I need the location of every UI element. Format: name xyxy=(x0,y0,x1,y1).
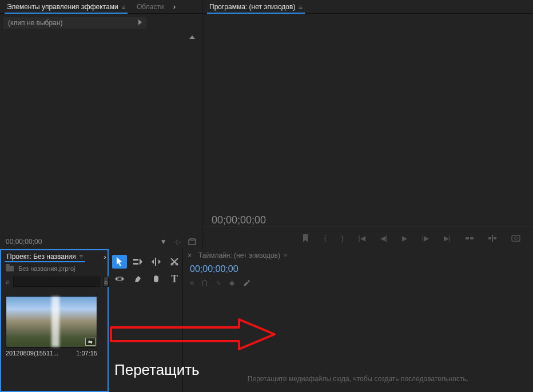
tab-effect-controls[interactable]: Элементы управления эффектами ≡ xyxy=(5,3,128,11)
svg-rect-4 xyxy=(494,237,496,239)
lift-icon[interactable] xyxy=(466,235,474,242)
overflow-tabs-icon[interactable]: ›› xyxy=(173,2,174,11)
panel-menu-icon[interactable]: ≡ xyxy=(79,253,83,260)
svg-rect-9 xyxy=(133,263,138,265)
tab-timeline[interactable]: Таймлайн: (нет эпизодов) ≡ xyxy=(196,251,289,259)
tool-track-select[interactable] xyxy=(130,255,145,269)
expand-icon xyxy=(138,19,142,25)
svg-rect-1 xyxy=(466,237,469,239)
panel-menu-icon[interactable]: ≡ xyxy=(122,3,125,10)
mark-out-icon[interactable]: { xyxy=(324,234,326,242)
new-bin-icon[interactable] xyxy=(188,238,196,245)
tab-label: Таймлайн: (нет эпизодов) xyxy=(198,251,280,259)
go-to-in-icon[interactable]: |◀ xyxy=(359,234,365,242)
tab-program[interactable]: Программа: (нет эпизодов) ≡ xyxy=(207,3,305,11)
folder-icon xyxy=(6,266,14,271)
timeline-header-tools: ⎆ ⋂ ∿ ◆ xyxy=(183,277,533,289)
mark-clip-icon[interactable]: } xyxy=(341,234,343,242)
tab-label: Программа: (нет эпизодов) xyxy=(209,3,295,11)
timeline-panel-tabs: × Таймлайн: (нет эпизодов) ≡ xyxy=(183,249,533,262)
svg-rect-0 xyxy=(189,240,196,245)
timeline-drop-area[interactable]: Перетащите медиафайлы сюда, чтобы создат… xyxy=(183,289,533,392)
tool-type[interactable]: T xyxy=(167,272,182,286)
search-input[interactable] xyxy=(13,277,100,287)
program-panel: Программа: (нет эпизодов) ≡ 00;00;00;00 … xyxy=(202,0,533,249)
timecode[interactable]: 00;00;00;00 xyxy=(6,238,42,246)
project-panel: Проект: Без названия ≡ ›› Без названия.p… xyxy=(0,249,109,392)
mark-in-icon[interactable] xyxy=(302,234,309,242)
svg-rect-13 xyxy=(118,277,121,281)
linked-selection-icon[interactable]: ∿ xyxy=(216,279,221,287)
panel-menu-icon[interactable]: ≡ xyxy=(284,252,287,259)
svg-rect-10 xyxy=(155,258,156,266)
svg-point-7 xyxy=(515,237,518,239)
filter-icon[interactable]: ▼ xyxy=(160,238,167,246)
svg-rect-2 xyxy=(470,237,474,239)
clip-name: 20120809(15511... xyxy=(6,350,58,357)
settings-icon[interactable] xyxy=(242,279,250,287)
tool-panel: T xyxy=(109,249,183,392)
project-search: ⌕ ⌕ xyxy=(1,274,108,289)
project-panel-tabs: Проект: Без названия ≡ ›› xyxy=(1,250,108,263)
program-timecode[interactable]: 00;00;00;00 xyxy=(202,209,533,226)
overflow-tabs-icon[interactable]: ›› xyxy=(104,253,104,261)
svg-rect-3 xyxy=(488,237,491,239)
play-icon[interactable]: ▶ xyxy=(402,234,407,242)
tool-hand[interactable] xyxy=(149,272,164,286)
tab-label: Элементы управления эффектами xyxy=(7,3,118,11)
step-fwd-icon[interactable]: |▶ xyxy=(422,234,429,242)
search-icon: ⌕ xyxy=(6,278,10,286)
export-frame-icon[interactable] xyxy=(511,235,520,242)
clip-thumbnail: ⇆ xyxy=(6,296,97,347)
tab-project[interactable]: Проект: Без названия ≡ xyxy=(5,253,85,261)
clip-duration: 1:07:15 xyxy=(76,350,97,357)
program-panel-tabs: Программа: (нет эпизодов) ≡ xyxy=(202,0,533,14)
clip-caption: 20120809(15511... 1:07:15 xyxy=(6,347,97,359)
program-body: 00;00;00;00 { } |◀ ◀| ▶ |▶ ▶| xyxy=(202,14,533,249)
no-clip-label: (клип не выбран) xyxy=(8,19,62,27)
go-to-out-icon[interactable]: ▶| xyxy=(444,234,451,242)
collapse-icon[interactable] xyxy=(189,35,195,39)
nest-icon[interactable]: ⎆ xyxy=(190,279,194,287)
project-filename: Без названия.prproj xyxy=(18,265,75,272)
tool-razor[interactable] xyxy=(167,255,182,269)
timeline-hint: Перетащите медиафайлы сюда, чтобы создат… xyxy=(248,375,468,383)
effects-panel-tabs: Элементы управления эффектами ≡ Области … xyxy=(0,0,202,14)
program-monitor xyxy=(202,14,533,209)
effects-footer: 00;00;00;00 ▼ ◦▷ xyxy=(0,234,202,249)
project-bin: ⇆ 20120809(15511... 1:07:15 xyxy=(1,289,108,391)
tab-label: Проект: Без названия xyxy=(7,253,76,261)
tool-slip[interactable] xyxy=(112,272,127,286)
media-clip[interactable]: ⇆ 20120809(15511... 1:07:15 xyxy=(6,296,97,359)
step-back-icon[interactable]: ◀| xyxy=(380,234,387,242)
clip-video-badge-icon: ⇆ xyxy=(85,338,96,346)
effects-panel: Элементы управления эффектами ≡ Области … xyxy=(0,0,202,249)
svg-rect-8 xyxy=(133,259,138,261)
tool-selection[interactable] xyxy=(112,255,127,269)
project-file-row[interactable]: Без названия.prproj xyxy=(1,263,108,274)
effects-body: (клип не выбран) xyxy=(0,14,202,234)
no-clip-row[interactable]: (клип не выбран) xyxy=(3,17,146,29)
tool-pen[interactable] xyxy=(130,272,145,286)
timeline-panel: × Таймлайн: (нет эпизодов) ≡ 00;00;00;00… xyxy=(183,249,533,392)
markers-icon[interactable]: ◆ xyxy=(229,279,234,287)
panel-menu-icon[interactable]: ≡ xyxy=(299,3,302,10)
close-tab-icon[interactable]: × xyxy=(188,251,192,259)
svg-rect-6 xyxy=(512,235,520,241)
extract-icon[interactable] xyxy=(488,235,496,242)
bypass-icon[interactable]: ◦▷ xyxy=(174,238,181,246)
timeline-timecode[interactable]: 00;00;00;00 xyxy=(183,262,533,277)
tool-ripple-edit[interactable] xyxy=(149,255,164,269)
search-filter-button[interactable]: ⌕ xyxy=(104,277,109,287)
svg-rect-5 xyxy=(492,235,493,242)
tab-label: Области xyxy=(137,3,164,11)
snap-icon[interactable]: ⋂ xyxy=(202,279,208,287)
tab-regions[interactable]: Области xyxy=(134,3,166,11)
program-transport: { } |◀ ◀| ▶ |▶ ▶| xyxy=(202,226,533,249)
